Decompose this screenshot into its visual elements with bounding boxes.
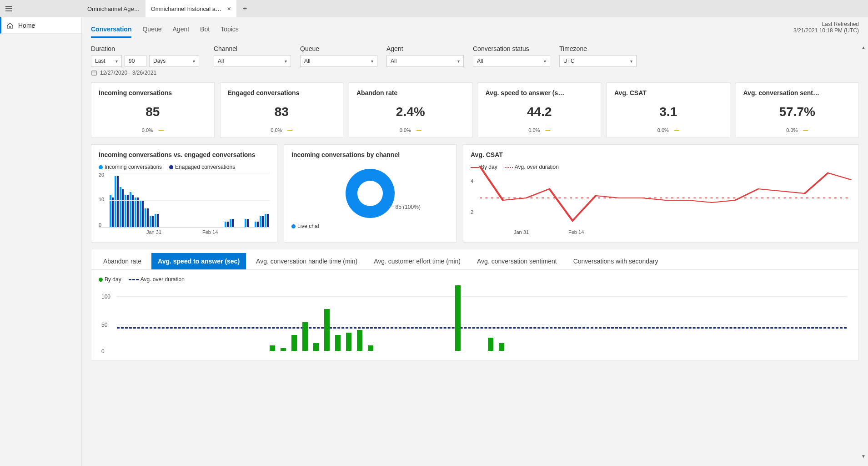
sidebar-item-home[interactable]: Home — [0, 17, 81, 34]
trend-flat-icon: — — [545, 127, 550, 133]
bar-chart — [99, 173, 270, 228]
kpi-csat: Avg. CSAT 3.1 0.0%— — [607, 82, 730, 138]
sidebar-item-label: Home — [18, 22, 35, 29]
scrollbar[interactable]: ▲ ▼ — [861, 45, 866, 459]
tab-label: Omnichannel Age… — [87, 5, 140, 12]
metric-tabs: Abandon rate Avg. speed to answer (sec) … — [91, 249, 859, 269]
legend-dot-icon — [99, 278, 103, 282]
last-refreshed-value: 3/21/2021 10:18 PM (UTC) — [793, 27, 859, 34]
subnav-tab-bot[interactable]: Bot — [200, 22, 210, 38]
y-tick: 2 — [471, 209, 473, 215]
queue-select[interactable]: All▾ — [300, 55, 377, 67]
chevron-down-icon: ▾ — [115, 59, 118, 64]
metric-tab-handle-time[interactable]: Avg. conversation handle time (min) — [250, 253, 364, 269]
line-chart: 4 2 — [471, 173, 851, 228]
y-tick: 100 — [101, 294, 110, 300]
metric-tab-effort-time[interactable]: Avg. customer effort time (min) — [367, 253, 467, 269]
duration-mode-select[interactable]: Last▾ — [91, 55, 122, 67]
legend-line-icon — [471, 167, 479, 168]
report-body: ▲ ▼ Duration Last▾ 90 Days▾ Channel — [82, 38, 868, 466]
kpi-engaged: Engaged conversations 83 0.0%— — [220, 82, 344, 138]
agent-select[interactable]: All▾ — [386, 55, 464, 67]
last-refreshed: Last Refreshed 3/21/2021 10:18 PM (UTC) — [793, 21, 859, 34]
home-icon — [6, 22, 14, 29]
donut-chart — [346, 169, 395, 218]
metric-tab-speed[interactable]: Avg. speed to answer (sec) — [151, 253, 246, 269]
trend-flat-icon: — — [287, 127, 292, 133]
donut-slice-label: 85 (100%) — [389, 204, 421, 210]
subnav-tab-conversation[interactable]: Conversation — [91, 22, 131, 38]
tab-omnichannel-agent[interactable]: Omnichannel Age… — [82, 0, 146, 17]
legend-dotted-icon — [505, 167, 513, 168]
svg-rect-0 — [92, 71, 97, 76]
metric-tab-secondary[interactable]: Conversations with secondary — [567, 253, 665, 269]
kpi-speed: Avg. speed to answer (s… 44.2 0.0%— — [478, 82, 602, 138]
y-tick: 4 — [471, 178, 473, 184]
hamburger-icon — [5, 5, 12, 12]
chart-incoming-vs-engaged: Incoming conversations vs. engaged conve… — [91, 144, 277, 243]
main-content: Conversation Queue Agent Bot Topics Last… — [82, 17, 868, 466]
filter-label-duration: Duration — [91, 45, 205, 52]
trend-flat-icon: — — [159, 127, 164, 133]
y-tick: 0 — [101, 348, 105, 355]
duration-count-input[interactable]: 90 — [125, 55, 146, 67]
scroll-down-icon[interactable]: ▼ — [861, 454, 866, 459]
new-tab-button[interactable]: + — [236, 0, 254, 17]
y-tick: 50 — [101, 322, 107, 328]
legend-dot-icon — [99, 165, 103, 169]
chevron-down-icon: ▾ — [371, 59, 373, 64]
legend-dot-icon — [291, 224, 296, 228]
close-tab-icon[interactable]: × — [227, 5, 231, 12]
chart-avg-csat: Avg. CSAT By day Avg. over duration 4 2 … — [463, 144, 859, 243]
trend-flat-icon: — — [416, 127, 421, 133]
timezone-select[interactable]: UTC▾ — [559, 55, 637, 67]
kpi-abandon: Abandon rate 2.4% 0.0%— — [349, 82, 472, 138]
scroll-up-icon[interactable]: ▲ — [861, 45, 866, 50]
metric-tab-abandon[interactable]: Abandon rate — [97, 253, 148, 269]
x-tick: Feb 14 — [202, 229, 218, 235]
chart-title: Incoming conversations vs. engaged conve… — [99, 151, 270, 158]
x-tick: Feb 14 — [568, 229, 584, 235]
subnav-tab-queue[interactable]: Queue — [142, 22, 161, 38]
chart-legend: Live chat — [291, 223, 449, 229]
subnav-tab-topics[interactable]: Topics — [221, 22, 239, 38]
duration-unit-select[interactable]: Days▾ — [149, 55, 199, 67]
chart-speed-to-answer: By day Avg. over duration 100 50 0 — [91, 269, 859, 360]
sidebar: Home — [0, 17, 82, 466]
subnav-tab-agent[interactable]: Agent — [173, 22, 190, 38]
chevron-down-icon: ▾ — [193, 59, 195, 64]
x-tick: Jan 31 — [146, 229, 161, 235]
trend-flat-icon: — — [803, 127, 808, 133]
tab-label: Omnichannel historical an… — [151, 5, 224, 12]
filter-label-timezone: Timezone — [559, 45, 637, 52]
filter-label-queue: Queue — [300, 45, 377, 52]
trend-flat-icon: — — [674, 127, 679, 133]
charts-row: Incoming conversations vs. engaged conve… — [91, 144, 859, 243]
report-subnav: Conversation Queue Agent Bot Topics Last… — [82, 17, 868, 38]
duration-date-range: 12/27/2020 - 3/26/2021 — [91, 70, 859, 76]
filter-label-agent: Agent — [386, 45, 464, 52]
chart-legend: By day Avg. over duration — [471, 164, 851, 170]
chart-title: Incoming conversations by channel — [291, 151, 449, 158]
tab-omnichannel-historical[interactable]: Omnichannel historical an… × — [146, 0, 236, 17]
calendar-icon — [91, 70, 97, 76]
legend-dash-icon — [129, 279, 139, 280]
chart-by-channel: Incoming conversations by channel 85 (10… — [284, 144, 457, 243]
x-tick: Jan 31 — [514, 229, 529, 235]
kpi-row: Incoming conversations 85 0.0%— Engaged … — [91, 82, 859, 138]
chart-legend: Incoming conversations Enagaged conversa… — [99, 164, 270, 170]
chevron-down-icon: ▾ — [285, 59, 287, 64]
chart-legend: By day Avg. over duration — [99, 276, 851, 283]
chart-title: Avg. CSAT — [471, 151, 851, 158]
kpi-sentiment: Avg. conversation sent… 57.7% 0.0%— — [736, 82, 859, 138]
status-select[interactable]: All▾ — [473, 55, 550, 67]
chevron-down-icon: ▾ — [544, 59, 546, 64]
kpi-incoming: Incoming conversations 85 0.0%— — [91, 82, 215, 138]
hamburger-menu[interactable] — [0, 5, 17, 12]
filters-row: Duration Last▾ 90 Days▾ Channel All▾ Que… — [91, 45, 859, 67]
window-tabbar: Omnichannel Age… Omnichannel historical … — [0, 0, 868, 17]
channel-select[interactable]: All▾ — [214, 55, 291, 67]
filter-label-status: Conversation status — [473, 45, 550, 52]
metric-tab-sentiment[interactable]: Avg. conversation sentiment — [471, 253, 563, 269]
last-refreshed-label: Last Refreshed — [793, 21, 859, 27]
